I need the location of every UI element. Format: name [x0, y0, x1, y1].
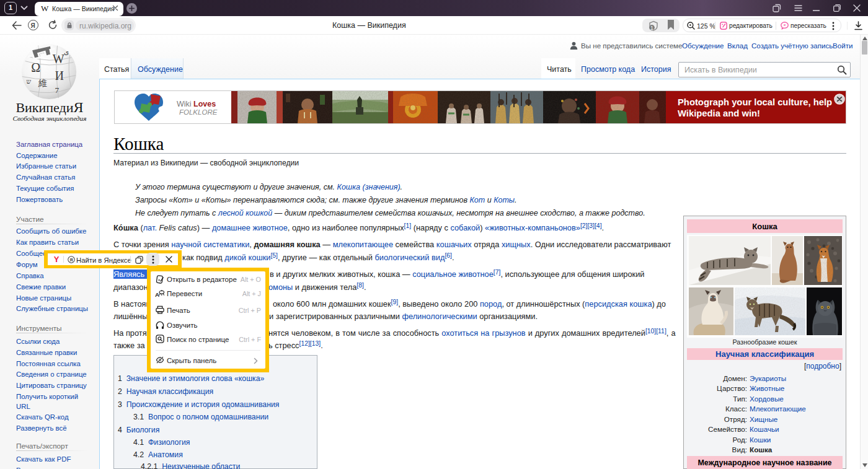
svg-text:И: И [55, 69, 64, 82]
svg-text:«: « [784, 23, 786, 27]
svg-text:Я: Я [70, 257, 73, 261]
svg-text:ی: ی [64, 48, 69, 55]
svg-text:Y: Y [54, 255, 60, 264]
svg-text:ש: ש [27, 78, 32, 85]
svg-text:1: 1 [650, 25, 653, 31]
svg-text:維: 維 [38, 78, 47, 88]
svg-text:Ω: Ω [31, 61, 40, 74]
svg-text:7: 7 [55, 85, 60, 95]
svg-text:W: W [53, 52, 64, 66]
